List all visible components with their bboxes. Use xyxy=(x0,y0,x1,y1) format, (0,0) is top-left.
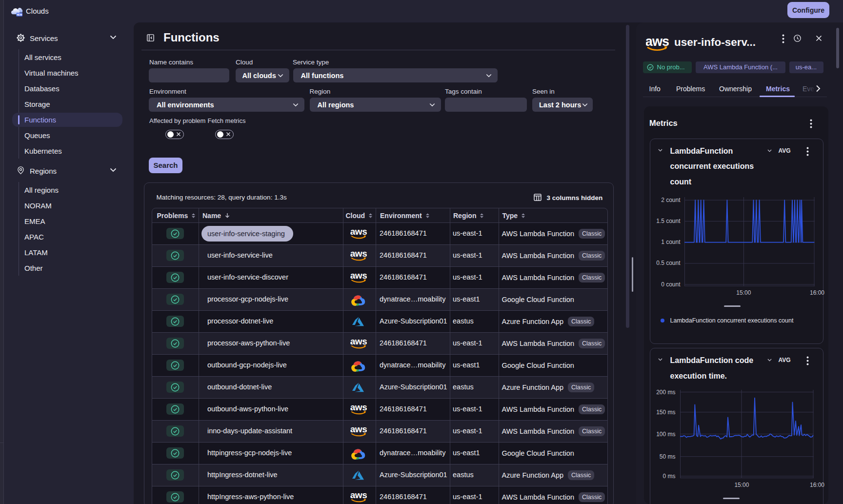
svg-text:aws: aws xyxy=(350,491,367,500)
svg-text:aws: aws xyxy=(350,425,367,434)
svg-text:NEW: NEW xyxy=(17,14,22,16)
svg-text:aws: aws xyxy=(350,272,367,281)
svg-text:aws: aws xyxy=(350,338,367,346)
svg-text:aws: aws xyxy=(350,228,367,237)
svg-text:aws: aws xyxy=(350,403,367,412)
svg-text:aws: aws xyxy=(350,250,367,259)
